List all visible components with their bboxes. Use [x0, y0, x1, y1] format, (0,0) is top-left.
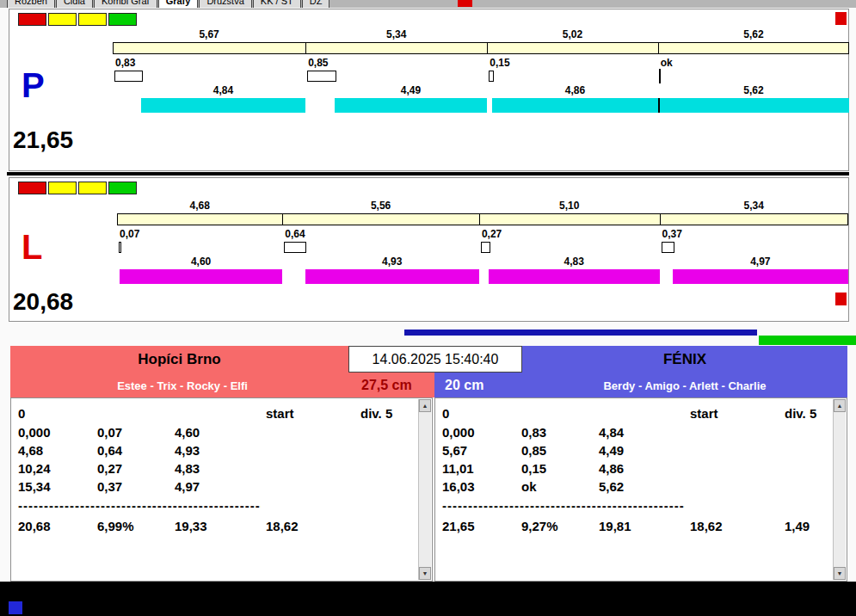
table-scrollbar[interactable]: ▲ ▼ — [833, 399, 846, 580]
scroll-down-icon[interactable]: ▼ — [834, 567, 846, 580]
lane-separator — [7, 172, 849, 176]
cumulative-time: 4,68 — [18, 443, 43, 458]
start-time: 0,83 — [521, 425, 546, 440]
start-window-box — [119, 242, 121, 253]
dog-run-bar — [673, 269, 848, 284]
split-time-label: 5,02 — [487, 28, 657, 40]
light-green — [108, 13, 137, 26]
dog-time: 4,84 — [599, 425, 624, 440]
lane-p-graph-panel: P 5,67 0,83 4,84 5,34 0,85 4,49 5,02 0,1… — [9, 9, 849, 171]
start-window-box — [284, 242, 306, 253]
split-time-label: 5,34 — [660, 200, 848, 212]
tab-rozbeh[interactable]: Rozběh — [7, 0, 55, 8]
dog-run-bar — [658, 98, 849, 113]
start-time-label: 0,83 — [115, 57, 135, 69]
dog-time: 4,49 — [599, 443, 624, 458]
tab-grafy[interactable]: Grafy — [158, 0, 199, 8]
dog-run-bar — [120, 269, 282, 284]
dog-time: 5,62 — [599, 479, 624, 494]
start-lights — [18, 13, 137, 26]
start-time-label: 0,64 — [285, 228, 305, 240]
totals-row: 21,65 9,27% 19,81 18,62 1,49 — [435, 519, 847, 537]
split-scale-bar — [113, 42, 849, 54]
scroll-up-icon[interactable]: ▲ — [834, 399, 846, 412]
segment-divider — [282, 214, 283, 225]
start-time: 0,37 — [97, 479, 122, 494]
total-clean: 19,33 — [175, 519, 207, 533]
status-green-bar — [759, 336, 856, 345]
result-row: 10,24 0,27 4,83 — [11, 461, 432, 479]
total-percent: 6,99% — [97, 519, 134, 533]
cumulative-time: 11,01 — [442, 461, 474, 476]
right-team-dogs: Berdy - Amigo - Arlett - Charlie — [522, 379, 847, 392]
light-red — [18, 13, 46, 26]
scroll-up-icon[interactable]: ▲ — [419, 399, 431, 412]
total-best: 18,62 — [690, 519, 723, 533]
start-time: ok — [521, 479, 537, 494]
tab-dz[interactable]: DZ — [302, 0, 330, 8]
cumulative-time: 5,67 — [442, 443, 467, 458]
total-percent: 9,27% — [521, 519, 558, 533]
cumulative-time: 15,34 — [18, 479, 51, 494]
lane-l-graph-panel: L 4,68 0,07 4,60 5,56 0,64 4,93 5,10 0,2… — [9, 177, 849, 322]
start-time-label: 0,85 — [308, 57, 328, 69]
left-team-name: Hopíci Brno — [10, 351, 348, 368]
split-time-label: 5,56 — [282, 200, 479, 212]
start-window-box — [114, 71, 143, 82]
light-yellow-1 — [48, 182, 77, 194]
start-time-label: 0,37 — [662, 228, 682, 240]
total-time: 20,68 — [18, 519, 51, 533]
segment-divider — [658, 43, 659, 53]
light-yellow-2 — [78, 182, 107, 194]
datetime-display: 14.06.2025 15:40:40 — [348, 346, 522, 373]
dog-time: 4,93 — [175, 443, 200, 458]
start-window-box — [307, 71, 336, 82]
tab-druzstva[interactable]: Družstva — [199, 0, 251, 8]
total-clean: 19,81 — [599, 519, 631, 533]
table-scrollbar[interactable]: ▲ ▼ — [418, 399, 431, 580]
split-time-label: 4,68 — [117, 200, 282, 212]
lane-total-time: 20,68 — [13, 290, 73, 314]
dog-run-bar — [492, 98, 658, 113]
dog-time: 4,86 — [599, 461, 624, 476]
segment-divider — [479, 214, 480, 225]
tab-kk-st[interactable]: KK / ST — [253, 0, 301, 8]
light-yellow-2 — [78, 13, 107, 26]
dog-run-bar — [305, 269, 479, 284]
scroll-down-icon[interactable]: ▼ — [419, 567, 431, 580]
tabbar-red-button[interactable] — [458, 0, 472, 7]
tab-bar: Rozběh Čidla Kombi Graf Grafy Družstva K… — [0, 0, 856, 8]
lane-letter: L — [22, 230, 42, 264]
col-header-start: start — [690, 406, 718, 421]
start-time: 0,64 — [97, 443, 122, 458]
start-time: 0,15 — [521, 461, 546, 476]
tab-cidla[interactable]: Čidla — [56, 0, 93, 8]
dog-run-bar — [141, 98, 305, 113]
tab-strip: Rozběh Čidla Kombi Graf Grafy Družstva K… — [7, 0, 330, 8]
lane-red-button[interactable] — [835, 12, 847, 25]
light-green — [108, 182, 137, 194]
tab-kombi-graf[interactable]: Kombi Graf — [94, 0, 157, 8]
left-team-dogs: Estee - Trix - Rocky - Elfi — [10, 379, 354, 392]
dog-time-label: 4,60 — [120, 256, 282, 268]
col-header-zero: 0 — [442, 406, 449, 421]
segment-divider — [305, 43, 306, 53]
start-lights — [18, 182, 137, 194]
cumulative-time: 10,24 — [18, 461, 51, 476]
start-time-label: 0,07 — [120, 228, 139, 240]
result-row: 0,000 0,83 4,84 — [435, 425, 847, 443]
table-header-row: 0 start div. 5 — [11, 406, 432, 424]
segment-divider — [487, 43, 488, 53]
start-time: 0,27 — [97, 461, 122, 476]
total-best: 18,62 — [266, 519, 299, 533]
start-ok-tick — [659, 69, 661, 83]
start-time-label: ok — [661, 57, 673, 69]
start-window-box — [489, 71, 494, 82]
result-row: 0,000 0,07 4,60 — [11, 425, 432, 443]
result-row: 16,03 ok 5,62 — [435, 479, 847, 497]
table-header-row: 0 start div. 5 — [435, 406, 847, 424]
dog-time: 4,83 — [175, 461, 200, 476]
table-separator-line: ----------------------------------------… — [18, 498, 261, 514]
dog-run-bar — [489, 269, 660, 284]
lane-red-button[interactable] — [835, 293, 847, 305]
